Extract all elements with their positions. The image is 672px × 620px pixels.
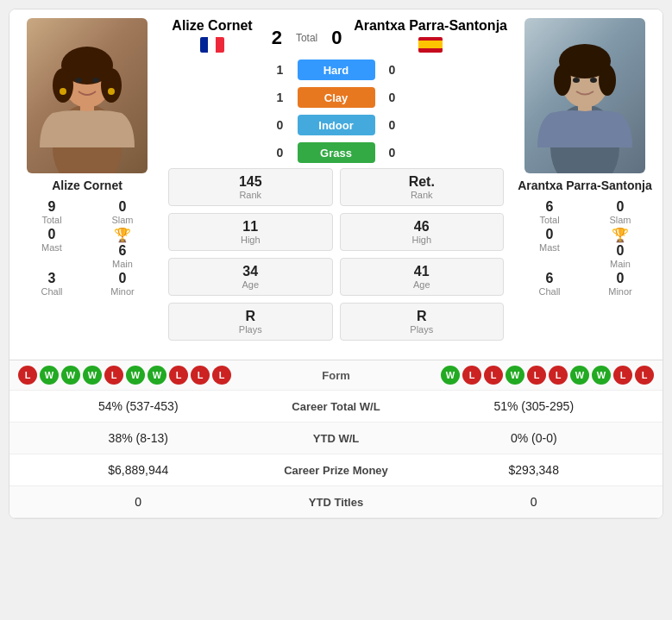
right-form-pills: WLLWLLWWLL <box>388 366 655 385</box>
top-section: Alize Cornet 9 Total 0 Slam 0 Mast 🏆 <box>9 9 663 353</box>
left-mast-label: Mast <box>21 242 83 253</box>
right-trophy-row: 🏆 <box>589 227 651 243</box>
right-trophy-area: 🏆 0 Main <box>589 227 651 269</box>
right-age-val: 41 <box>344 264 500 279</box>
left-mast-value: 0 <box>21 227 83 242</box>
left-total-label: Total <box>21 215 83 225</box>
stats-table-row: $6,889,944Career Prize Money$293,348 <box>9 454 663 486</box>
right-player-photo <box>524 18 645 173</box>
clay-right-score: 0 <box>384 91 401 104</box>
form-pill: L <box>212 366 231 385</box>
stats-left-cell: $6,889,944 <box>18 463 259 477</box>
right-minor-value: 0 <box>589 271 651 286</box>
left-form-pills: LWWWLWWLLL <box>18 366 285 385</box>
stats-left-cell: 0 <box>18 495 259 509</box>
left-rank-lbl: Rank <box>173 190 329 200</box>
right-high-lbl: High <box>344 235 500 245</box>
form-pill: W <box>40 366 59 385</box>
right-age-box: 41 Age <box>340 258 505 296</box>
right-minor-stat: 0 Minor <box>589 271 651 297</box>
left-player-stats: 9 Total 0 Slam 0 Mast 🏆 6 Main <box>14 199 160 297</box>
form-label: Form <box>285 369 388 382</box>
surface-row-indoor: 0 Indoor 0 <box>173 113 499 137</box>
form-pill: L <box>484 366 503 385</box>
stats-table-row: 0YTD Titles0 <box>9 486 663 518</box>
stats-center-label: YTD W/L <box>259 432 414 445</box>
score-area: 2 Total 0 <box>272 27 342 49</box>
left-main-value: 6 <box>91 243 154 259</box>
right-player-card: Arantxa Parra-Santonja 6 Total 0 Slam 0 … <box>512 18 658 344</box>
left-plays-lbl: Plays <box>173 324 329 335</box>
hard-btn: Hard <box>298 59 375 80</box>
left-minor-stat: 0 Minor <box>91 271 154 297</box>
svg-point-6 <box>75 78 82 83</box>
right-flag <box>418 37 443 53</box>
form-pill: L <box>191 366 210 385</box>
form-pill: W <box>592 366 611 385</box>
form-pill: L <box>104 366 123 385</box>
main-card: Alize Cornet 9 Total 0 Slam 0 Mast 🏆 <box>9 9 663 519</box>
stats-right-cell: 0 <box>414 495 655 509</box>
form-pill: L <box>549 366 568 385</box>
right-mast-value: 0 <box>518 227 581 242</box>
svg-point-8 <box>60 88 66 95</box>
left-chall-value: 3 <box>21 271 83 286</box>
left-plays-box: R Plays <box>168 303 333 341</box>
indoor-btn: Indoor <box>298 115 375 135</box>
surface-row-grass: 0 Grass 0 <box>173 141 499 165</box>
right-slam-value: 0 <box>589 199 651 215</box>
left-chall-stat: 3 Chall <box>21 271 83 297</box>
bottom-section: LWWWLWWLLL Form WLLWLLWWLL 54% (537-453)… <box>9 360 663 518</box>
middle-section: Alize Cornet 2 Total 0 Arantxa Parra-San… <box>160 18 512 344</box>
stats-center-label: Career Prize Money <box>259 464 414 477</box>
right-rank-val: Ret. <box>344 174 500 190</box>
right-main-value: 0 <box>589 243 651 259</box>
form-pill: W <box>83 366 102 385</box>
stats-table-row: 54% (537-453)Career Total W/L51% (305-29… <box>9 391 663 423</box>
right-trophy-icon: 🏆 <box>612 227 629 243</box>
indoor-left-score: 0 <box>272 118 289 132</box>
stats-right-cell: 0% (0-0) <box>414 431 655 445</box>
form-pill: W <box>441 366 460 385</box>
left-age-box: 34 Age <box>168 258 333 296</box>
total-label: Total <box>296 32 317 44</box>
right-age-lbl: Age <box>344 279 500 290</box>
form-row: LWWWLWWLLL Form WLLWLLWWLL <box>9 360 663 391</box>
right-chall-label: Chall <box>518 286 581 297</box>
right-chall-value: 6 <box>518 271 581 286</box>
form-pill: W <box>570 366 589 385</box>
stats-center-label: YTD Titles <box>259 496 414 509</box>
surface-row-hard: 1 Hard 0 <box>173 58 499 82</box>
mid-stats-area: 145 Rank 11 High 34 Age R Plays <box>165 168 507 344</box>
right-header-name: Arantxa Parra-Santonja <box>354 18 507 34</box>
form-pill: W <box>61 366 80 385</box>
left-age-lbl: Age <box>173 279 329 290</box>
stats-left-cell: 38% (8-13) <box>18 431 259 445</box>
right-player-stats: 6 Total 0 Slam 0 Mast 🏆 0 Main <box>512 199 658 297</box>
left-high-lbl: High <box>173 235 329 245</box>
svg-point-7 <box>92 78 99 83</box>
left-mast-stat: 0 Mast <box>21 227 83 269</box>
right-player-name: Arantxa Parra-Santonja <box>518 178 652 192</box>
right-mid-stats: Ret. Rank 46 High 41 Age R Plays <box>336 168 508 344</box>
hard-left-score: 1 <box>272 63 289 77</box>
grass-left-score: 0 <box>272 146 289 160</box>
svg-point-17 <box>590 78 597 83</box>
grass-btn: Grass <box>298 142 375 163</box>
indoor-right-score: 0 <box>384 118 401 132</box>
right-slam-stat: 0 Slam <box>589 199 651 225</box>
left-trophy-area: 🏆 6 Main <box>91 227 154 269</box>
trophy-icon: 🏆 <box>114 227 131 243</box>
left-high-val: 11 <box>173 219 329 235</box>
left-slam-stat: 0 Slam <box>91 199 154 225</box>
right-high-box: 46 High <box>340 213 505 251</box>
left-total-stat: 9 Total <box>21 199 83 225</box>
form-pill: L <box>635 366 654 385</box>
right-plays-lbl: Plays <box>344 324 500 335</box>
left-player-card: Alize Cornet 9 Total 0 Slam 0 Mast 🏆 <box>14 18 160 344</box>
stats-right-cell: 51% (305-295) <box>414 399 655 413</box>
right-chall-stat: 6 Chall <box>518 271 581 297</box>
stats-right-cell: $293,348 <box>414 463 655 477</box>
right-total-score: 0 <box>331 27 342 49</box>
surface-row-clay: 1 Clay 0 <box>173 85 499 110</box>
